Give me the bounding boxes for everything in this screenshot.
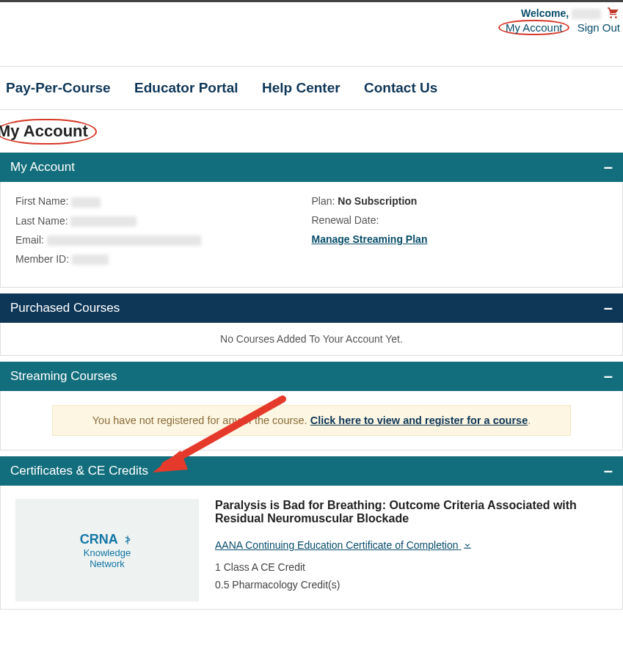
streaming-notice: You have not registered for any of the c… [52,405,571,436]
main-nav: Pay-Per-Course Educator Portal Help Cent… [0,66,623,110]
value-email [47,235,201,246]
panel-header-certificates[interactable]: Certificates & CE Credits – [0,456,623,486]
thumb-title: CRNA [80,532,117,547]
panel-my-account: My Account – First Name: Last Name: Emai… [0,153,623,288]
credit-line-a: 1 Class A CE Credit [215,561,615,573]
nav-pay-per-course[interactable]: Pay-Per-Course [6,80,111,95]
collapse-icon: – [604,162,613,172]
caduceus-icon [121,535,134,545]
link-certificate-download[interactable]: AANA Continuing Education Certificate of… [215,539,473,551]
download-icon [462,540,473,550]
cart-icon[interactable] [607,7,620,18]
purchased-empty-msg: No Courses Added To Your Account Yet. [0,323,623,356]
value-first-name [71,197,101,208]
panel-title: Purchased Courses [10,301,120,315]
label-renewal-date: Renewal Date: [312,214,379,226]
certificate-link-text: AANA Continuing Education Certificate of… [215,539,459,551]
label-member-id: Member ID: [15,253,69,265]
nav-contact-us[interactable]: Contact Us [364,80,437,95]
thumb-sub2: Network [90,558,125,569]
label-last-name: Last Name: [15,215,68,227]
course-thumbnail: CRNA Knowledge Network [15,499,199,602]
collapse-icon: – [604,371,613,381]
page-title: My Account [0,110,623,147]
link-register-course[interactable]: Click here to view and register for a co… [310,414,528,426]
nav-help-center[interactable]: Help Center [262,80,340,95]
label-plan: Plan: [312,195,335,207]
label-email: Email: [15,234,44,246]
panel-certificates: Certificates & CE Credits – CRNA Knowled… [0,456,623,610]
panel-title: Streaming Courses [10,369,117,384]
panel-streaming-courses: Streaming Courses – You have not registe… [0,362,623,450]
panel-header-purchased[interactable]: Purchased Courses – [0,293,623,323]
top-bar: Welcome, My Account Sign Out [0,2,623,21]
label-first-name: First Name: [15,195,68,207]
welcome-text: Welcome, [521,7,569,19]
link-sign-out[interactable]: Sign Out [578,21,620,34]
collapse-icon: – [604,466,613,476]
panel-title: My Account [10,160,75,175]
course-title: Paralysis is Bad for Breathing: Outcome … [215,499,615,525]
certificate-row: CRNA Knowledge Network Paralysis is Bad … [1,486,622,609]
panel-header-my-account[interactable]: My Account – [0,153,623,182]
value-plan: No Subscription [338,195,417,207]
account-links: My Account Sign Out [494,21,620,34]
welcome-username [572,9,601,19]
nav-educator-portal[interactable]: Educator Portal [134,80,238,95]
link-manage-streaming[interactable]: Manage Streaming Plan [312,233,428,245]
value-member-id [72,255,109,265]
thumb-sub1: Knowledge [84,547,131,558]
link-my-account[interactable]: My Account [498,20,570,35]
value-last-name [70,216,136,227]
page-title-text: My Account [0,119,97,145]
collapse-icon: – [604,303,613,313]
panel-purchased-courses: Purchased Courses – No Courses Added To … [0,293,623,356]
panel-title: Certificates & CE Credits [10,464,148,478]
credit-line-b: 0.5 Pharmacology Credit(s) [215,579,615,591]
notice-text: You have not registered for any of the c… [92,414,310,426]
panel-header-streaming[interactable]: Streaming Courses – [0,362,623,391]
